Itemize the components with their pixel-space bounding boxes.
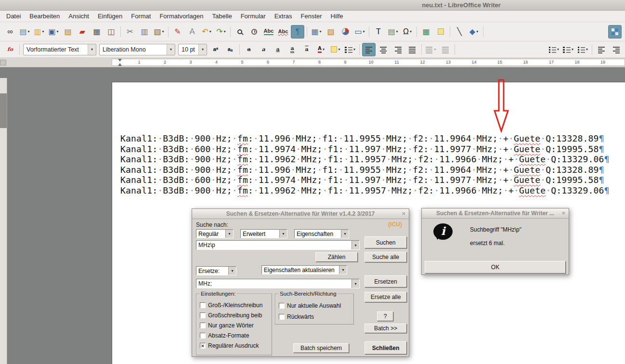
chevron-down-icon[interactable]: ▾	[320, 29, 322, 34]
insert-field-button[interactable]: ▤▾	[386, 25, 400, 39]
document-line[interactable]: Kanal1:·B3dB:·600·Hz;·fm:·11.9974·MHz;·f…	[120, 175, 625, 185]
chevron-down-icon[interactable]: ▾	[225, 230, 233, 238]
checkbox-row[interactable]: Nur aktuelle Auswahl	[276, 300, 352, 311]
clear-formatting-button[interactable]: A	[185, 25, 199, 39]
chevron-down-icon[interactable]: ▾	[338, 47, 340, 52]
align-justify-button[interactable]	[405, 43, 419, 56]
chevron-down-icon[interactable]: ▾	[228, 267, 236, 275]
document-line[interactable]: Kanal1:·B3dB:·900·Hz;·fm:·11.996·MHz;·f1…	[120, 165, 625, 175]
insert-table-button[interactable]: ▦▾	[310, 25, 323, 39]
dialog-close-icon[interactable]: ×	[402, 210, 405, 217]
redo-button[interactable]: ↷▾	[214, 25, 228, 39]
highlighting-color-button[interactable]: ▾	[329, 43, 342, 56]
export-pdf-button[interactable]: ▰	[76, 25, 89, 39]
decrease-indent-button[interactable]	[609, 43, 623, 56]
menu-tabelle[interactable]: Tabelle	[208, 11, 236, 21]
strikethrough-button[interactable]: a	[242, 43, 256, 56]
message-titlebar[interactable]: Suchen & Ersetzen-Alternative für Writer…	[422, 208, 569, 219]
unchecked-checkbox[interactable]	[200, 333, 206, 338]
font-color-button[interactable]: A▾	[314, 43, 328, 56]
auto-spellcheck-button[interactable]: Abc	[276, 25, 290, 39]
chevron-down-icon[interactable]: ▾	[42, 29, 44, 34]
insert-chart-button[interactable]	[339, 25, 352, 39]
chevron-down-icon[interactable]: ▾	[88, 44, 96, 55]
document-text[interactable]: Kanal1:·B3dB:·900·Hz;·fm:·11.996·MHz;·f1…	[112, 82, 625, 195]
formatting-marks-button[interactable]: ¶	[291, 25, 304, 39]
window-titlebar[interactable]: neu.txt - LibreOffice Writer	[0, 0, 625, 11]
update-properties-dropdown[interactable]: Eigenschaften aktualisieren ▾	[261, 265, 347, 274]
double-underline-button[interactable]: a	[286, 43, 299, 56]
cut-button[interactable]: ✂	[123, 25, 137, 39]
font-name-combo[interactable]: Liberation Mono▾	[99, 44, 175, 55]
extended-dropdown[interactable]: Erweitert ▾	[240, 229, 287, 238]
first-line-indent-marker[interactable]	[118, 59, 122, 62]
line-spacing-button[interactable]: ▾	[424, 43, 438, 56]
document-line[interactable]: Kanal1:·B3dB:·900·Hz;·fm:·11.9962·MHz;·f…	[120, 185, 625, 196]
print-preview-button[interactable]: ◫	[104, 25, 118, 39]
menu-hilfe[interactable]: Hilfe	[326, 11, 348, 21]
font-size-combo[interactable]: 10 pt▾	[178, 44, 207, 55]
search-replace-dialog[interactable]: Suchen & Ersetzen-Alternative für Writer…	[192, 208, 409, 357]
chevron-down-icon[interactable]: ▾	[352, 279, 359, 288]
special-character-button[interactable]: Ω▾	[401, 25, 414, 39]
chevron-down-icon[interactable]: ▾	[476, 29, 478, 34]
print-button[interactable]: ▦	[90, 25, 104, 39]
unchecked-checkbox[interactable]	[200, 323, 206, 328]
insert-line-button[interactable]: ╲	[453, 25, 466, 39]
checked-checkbox[interactable]: ✕	[200, 343, 206, 349]
chevron-down-icon[interactable]: ▾	[434, 47, 436, 52]
search-button[interactable]: Suchen	[365, 236, 407, 248]
basic-shapes-button[interactable]: ◆▾	[467, 25, 481, 39]
clone-formatting-button[interactable]: ✎	[171, 25, 184, 39]
chevron-down-icon[interactable]: ▾	[323, 47, 325, 52]
document-line[interactable]: Kanal1:·B3dB:·600·Hz;·fm:·11.9974·MHz;·f…	[120, 144, 625, 155]
overline-button[interactable]: a	[300, 43, 313, 56]
chevron-down-icon[interactable]: ▾	[57, 29, 59, 34]
insert-header-footer-button[interactable]: ▦	[419, 25, 433, 39]
draw-functions-button[interactable]	[608, 25, 622, 39]
extension-fo-button[interactable]: fo	[3, 43, 17, 56]
left-indent-marker[interactable]	[118, 63, 122, 66]
chevron-down-icon[interactable]: ▾	[224, 29, 226, 34]
paragraph-style-combo[interactable]: Vorformatierter Text▾	[23, 44, 96, 55]
menu-bearbeiten[interactable]: Bearbeiten	[25, 11, 64, 21]
vertical-ruler[interactable]	[0, 78, 7, 364]
batch-button[interactable]: Batch >>	[365, 324, 407, 333]
checkbox-row[interactable]: Rückwärts	[276, 311, 352, 322]
menu-ansicht[interactable]: Ansicht	[64, 11, 93, 21]
bullet-list-button[interactable]: ▾	[547, 43, 560, 56]
unchecked-checkbox[interactable]	[200, 302, 206, 308]
checkbox-row[interactable]: Nur ganze Wörter	[197, 320, 271, 330]
count-button[interactable]: Zählen	[315, 252, 358, 262]
checkbox-row[interactable]: Großschreibung beib	[197, 310, 271, 320]
replace-mode-dropdown[interactable]: Ersetze: ▾	[196, 266, 236, 275]
checkbox-row[interactable]: ✕Regulärer Ausdruck	[197, 340, 271, 351]
unchecked-checkbox[interactable]	[200, 312, 206, 318]
menu-datei[interactable]: Datei	[2, 11, 25, 21]
chevron-down-icon[interactable]: ▾	[353, 47, 355, 52]
chevron-down-icon[interactable]: ▾	[341, 230, 349, 238]
search-input[interactable]	[196, 241, 352, 249]
insert-comment-button[interactable]	[434, 25, 447, 39]
subscript-button[interactable]: aₐ	[223, 43, 237, 56]
menu-formular[interactable]: Formular	[236, 11, 270, 21]
insert-textbox-button[interactable]: T	[372, 25, 385, 39]
document-line[interactable]: Kanal1:·B3dB:·900·Hz;·fm:·11.9962·MHz;·f…	[120, 154, 625, 165]
chevron-down-icon[interactable]: ▾	[198, 44, 207, 55]
spelling-button[interactable]: Abc	[262, 25, 275, 39]
result-message-dialog[interactable]: Suchen & Ersetzen-Alternative für Writer…	[421, 208, 569, 275]
insert-image-button[interactable]: ▧	[324, 25, 338, 39]
search-input-combo[interactable]: ▾	[196, 240, 360, 250]
replace-input-combo[interactable]: ▾	[196, 279, 360, 288]
menu-einfügen[interactable]: Einfügen	[93, 11, 127, 21]
replace-button[interactable]: Ersetzen	[365, 275, 407, 287]
chevron-down-icon[interactable]: ▾	[162, 29, 164, 34]
chevron-down-icon[interactable]: ▾	[339, 266, 347, 274]
chevron-down-icon[interactable]: ▾	[209, 29, 211, 34]
italic-style-button[interactable]: a	[257, 43, 270, 56]
horizontal-ruler[interactable]: 12345678910111213141516171819	[0, 58, 625, 67]
superscript-button[interactable]: aᵃ	[209, 43, 222, 56]
regex-mode-dropdown[interactable]: Regulär ▾	[196, 229, 234, 238]
menu-formatvorlagen[interactable]: Formatvorlagen	[155, 11, 208, 21]
document-line[interactable]: Kanal1:·B3dB:·900·Hz;·fm:·11.996·MHz;·f1…	[120, 133, 625, 144]
